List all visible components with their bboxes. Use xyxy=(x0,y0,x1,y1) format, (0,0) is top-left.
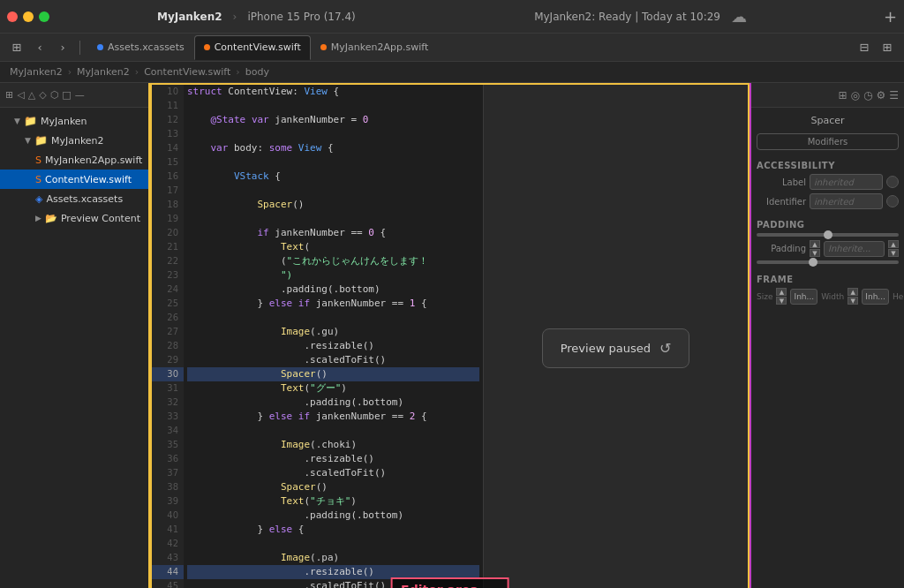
code-editor[interactable]: 10 11 12 13 14 15 16 17 18 19 20 21 xyxy=(152,85,483,588)
padding-input[interactable]: Inherite... xyxy=(824,241,885,257)
insp-icon-1[interactable]: ⊞ xyxy=(838,89,847,102)
tab-appfile-label: MyJanken2App.swift xyxy=(331,41,428,53)
width-field[interactable]: Inh... xyxy=(790,289,817,305)
tab-xcassets-label: Assets.xcassets xyxy=(108,41,185,53)
maximize-button[interactable] xyxy=(39,11,49,22)
height-stepper[interactable]: ▲ ▼ xyxy=(848,288,858,305)
device-name[interactable]: iPhone 15 Pro (17.4) xyxy=(247,11,355,23)
sidebar-toggle-button[interactable]: ⊞ xyxy=(7,38,26,57)
padding-label: Padding xyxy=(757,220,899,230)
nav-item-myjanken[interactable]: ▼ 📁 MyJanken xyxy=(0,111,148,131)
label-input[interactable]: inherited xyxy=(810,174,883,190)
code-content[interactable]: struct ContentView: View { @State var ja… xyxy=(184,85,483,588)
insp-icon-4[interactable]: ⚙ xyxy=(876,89,885,102)
insp-icon-2[interactable]: ◎ xyxy=(851,89,860,102)
height-step-down[interactable]: ▼ xyxy=(848,297,858,305)
nav-icon-1[interactable]: ⊞ xyxy=(5,89,13,101)
step-up-button-2[interactable]: ▲ xyxy=(888,240,899,248)
nav-item-label: MyJanken xyxy=(41,116,87,127)
insp-icon-3[interactable]: ◷ xyxy=(863,89,872,102)
nav-icon-2[interactable]: ◁ xyxy=(17,89,24,101)
label-circle[interactable] xyxy=(886,176,899,188)
folder-icon-2: 📁 xyxy=(34,134,48,147)
nav-icon-7[interactable]: — xyxy=(75,89,85,101)
code-line: } else { xyxy=(187,523,479,537)
step-down-button-2[interactable]: ▼ xyxy=(888,249,899,257)
refresh-icon[interactable]: ↺ xyxy=(659,340,671,357)
nav-item-appswift[interactable]: S MyJanken2App.swift xyxy=(0,150,148,170)
padding-field-row: Padding ▲ ▼ Inherite... ▲ ▼ xyxy=(757,240,899,257)
nav-icon-3[interactable]: △ xyxy=(28,89,35,101)
swift-file-icon: S xyxy=(35,155,41,166)
nav-item-contentview[interactable]: S ContentView.swift xyxy=(0,170,148,189)
cloud-icon: ☁ xyxy=(731,7,747,26)
tab-xcassets[interactable]: Assets.xcassets xyxy=(87,35,194,60)
code-line xyxy=(187,537,479,551)
swift-icon xyxy=(204,44,210,50)
swift-icon-2 xyxy=(320,44,327,50)
width-stepper[interactable]: ▲ ▼ xyxy=(776,288,787,305)
close-button[interactable] xyxy=(7,11,18,22)
code-line: Image(.choki) xyxy=(187,438,479,452)
padding-stepper[interactable]: ▲ ▼ xyxy=(810,240,820,257)
workspace-upper: ⊞ ◁ △ ◇ ⬡ □ — ▼ 📁 MyJanken ▼ xyxy=(0,83,904,588)
chevron-right-icon: ▶ xyxy=(35,214,41,222)
breadcrumb-project[interactable]: MyJanken2 xyxy=(10,66,63,78)
build-status: MyJanken2: Ready | Today at 10:29 xyxy=(534,11,720,23)
width-step-up[interactable]: ▲ xyxy=(776,288,787,296)
add-button[interactable]: + xyxy=(884,7,897,26)
code-line xyxy=(187,127,479,141)
nav-item-myjanken2[interactable]: ▼ 📁 MyJanken2 xyxy=(0,131,148,150)
code-line xyxy=(187,424,479,438)
nav-icon-5[interactable]: ⬡ xyxy=(50,89,59,101)
forward-button[interactable]: › xyxy=(53,38,72,57)
nav-icon-4[interactable]: ◇ xyxy=(39,89,46,101)
size-row: Size ▲ ▼ Inh... Width ▲ ▼ xyxy=(757,288,899,305)
tab-appfile[interactable]: MyJanken2App.swift xyxy=(311,35,438,60)
slider-thumb-bottom[interactable] xyxy=(809,258,817,267)
code-line: Image(.gu) xyxy=(187,325,479,339)
breadcrumb-symbol[interactable]: body xyxy=(245,66,269,78)
height-field[interactable]: Inh... xyxy=(862,289,889,305)
minimize-button[interactable] xyxy=(23,11,34,22)
toolbar-right: ⊟ ⊞ xyxy=(855,38,897,57)
label-field-label: Label xyxy=(757,177,806,187)
slider-track-bottom[interactable] xyxy=(757,260,899,264)
chevron-down-icon-2: ▼ xyxy=(25,136,31,145)
label-row: Label inherited xyxy=(757,174,899,190)
step-down-button[interactable]: ▼ xyxy=(810,249,820,257)
insp-icon-5[interactable]: ☰ xyxy=(889,89,899,102)
breadcrumb-folder[interactable]: MyJanken2 xyxy=(77,66,130,78)
step-up-button[interactable]: ▲ xyxy=(810,240,820,248)
code-line: if jankenNumber == 0 { xyxy=(187,226,479,240)
breadcrumb: MyJanken2 › MyJanken2 › ContentView.swif… xyxy=(0,62,904,83)
nav-icon-6[interactable]: □ xyxy=(62,89,71,101)
preview-canvas: Preview paused ↺ xyxy=(484,85,748,588)
identifier-circle[interactable] xyxy=(886,195,899,207)
nav-item-preview[interactable]: ▶ 📂 Preview Content xyxy=(0,208,148,228)
height-step-up[interactable]: ▲ xyxy=(848,288,858,296)
layout-button-2[interactable]: ⊞ xyxy=(878,38,897,57)
frame-group: Frame Size ▲ ▼ Inh... Width xyxy=(757,275,899,305)
window-controls xyxy=(7,11,157,22)
layout-button-1[interactable]: ⊟ xyxy=(855,38,874,57)
code-line: ("これからじゃんけんをします！ xyxy=(187,254,479,268)
code-line xyxy=(187,99,479,113)
nav-item-xcassets[interactable]: ◈ Assets.xcassets xyxy=(0,189,148,208)
code-line: Text("チョキ") xyxy=(187,494,479,509)
padding-slider-bottom xyxy=(757,260,899,264)
xcassets-icon xyxy=(97,44,103,50)
width-step-down[interactable]: ▼ xyxy=(776,297,787,305)
slider-thumb-top[interactable] xyxy=(824,230,832,239)
slider-track-top[interactable] xyxy=(757,233,899,237)
code-line: .resizable() xyxy=(187,452,479,466)
back-button[interactable]: ‹ xyxy=(30,38,49,57)
breadcrumb-file[interactable]: ContentView.swift xyxy=(144,66,230,78)
tab-contentview[interactable]: ContentView.swift xyxy=(194,35,311,60)
padding-stepper-2[interactable]: ▲ ▼ xyxy=(888,240,899,257)
identifier-row: Identifier inherited xyxy=(757,193,899,209)
identifier-input[interactable]: inherited xyxy=(810,193,883,209)
code-line: Image(.pa) xyxy=(187,551,479,565)
inspectors-toolbar: ⊞ ◎ ◷ ⚙ ☰ xyxy=(751,83,904,108)
padding-field-label: Padding xyxy=(757,244,806,253)
